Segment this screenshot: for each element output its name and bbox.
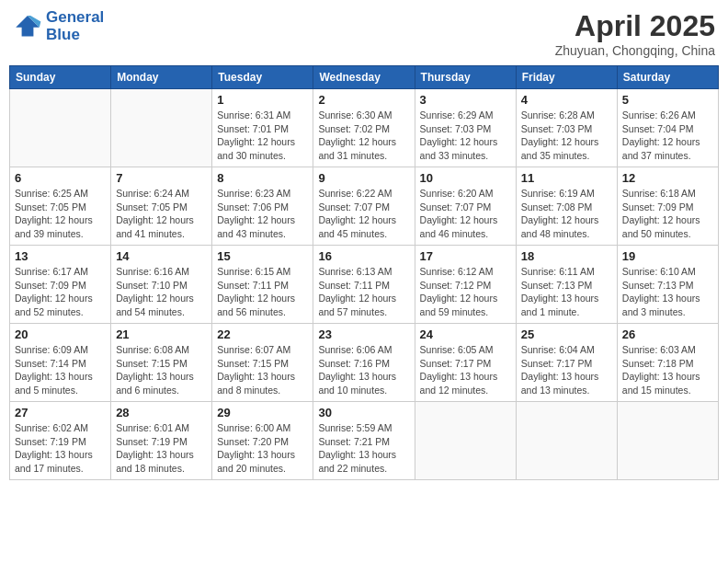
weekday-header-tuesday: Tuesday	[212, 66, 313, 89]
calendar-cell	[10, 89, 111, 167]
day-number: 23	[318, 327, 409, 341]
calendar-cell: 28Sunrise: 6:01 AMSunset: 7:19 PMDayligh…	[111, 402, 212, 480]
day-info: Sunrise: 6:23 AMSunset: 7:06 PMDaylight:…	[217, 187, 308, 241]
day-number: 14	[116, 249, 207, 263]
weekday-header-friday: Friday	[516, 66, 617, 89]
day-number: 8	[217, 171, 308, 185]
calendar-cell: 23Sunrise: 6:06 AMSunset: 7:16 PMDayligh…	[313, 324, 415, 402]
weekday-header-sunday: Sunday	[10, 66, 111, 89]
weekday-header-monday: Monday	[111, 66, 212, 89]
calendar-cell: 26Sunrise: 6:03 AMSunset: 7:18 PMDayligh…	[617, 324, 718, 402]
day-info: Sunrise: 6:25 AMSunset: 7:05 PMDaylight:…	[15, 187, 106, 241]
calendar-cell: 25Sunrise: 6:04 AMSunset: 7:17 PMDayligh…	[516, 324, 617, 402]
day-number: 20	[15, 327, 106, 341]
day-number: 24	[420, 327, 511, 341]
calendar-cell: 20Sunrise: 6:09 AMSunset: 7:14 PMDayligh…	[10, 324, 111, 402]
day-number: 19	[622, 249, 713, 263]
day-number: 27	[15, 406, 106, 419]
page-header: General Blue April 2025 Zhuyuan, Chongqi…	[9, 9, 719, 58]
calendar-cell: 19Sunrise: 6:10 AMSunset: 7:13 PMDayligh…	[617, 246, 718, 324]
weekday-header-thursday: Thursday	[415, 66, 516, 89]
day-info: Sunrise: 6:10 AMSunset: 7:13 PMDaylight:…	[622, 265, 713, 319]
week-row-5: 27Sunrise: 6:02 AMSunset: 7:19 PMDayligh…	[10, 402, 719, 480]
day-number: 3	[420, 93, 511, 107]
calendar-cell: 2Sunrise: 6:30 AMSunset: 7:02 PMDaylight…	[313, 89, 415, 167]
day-info: Sunrise: 6:02 AMSunset: 7:19 PMDaylight:…	[15, 421, 106, 476]
week-row-1: 1Sunrise: 6:31 AMSunset: 7:01 PMDaylight…	[10, 89, 719, 167]
day-number: 13	[15, 249, 106, 263]
day-number: 10	[420, 171, 511, 185]
location-title: Zhuyuan, Chongqing, China	[555, 43, 715, 58]
day-info: Sunrise: 6:28 AMSunset: 7:03 PMDaylight:…	[521, 109, 612, 163]
calendar-cell: 8Sunrise: 6:23 AMSunset: 7:06 PMDaylight…	[212, 167, 313, 246]
day-info: Sunrise: 5:59 AMSunset: 7:21 PMDaylight:…	[318, 421, 409, 476]
calendar-cell: 30Sunrise: 5:59 AMSunset: 7:21 PMDayligh…	[313, 402, 415, 480]
calendar-cell	[111, 89, 212, 167]
day-number: 21	[116, 327, 207, 341]
day-info: Sunrise: 6:12 AMSunset: 7:12 PMDaylight:…	[420, 265, 511, 319]
weekday-header-wednesday: Wednesday	[313, 66, 415, 89]
day-number: 11	[521, 171, 612, 185]
title-block: April 2025 Zhuyuan, Chongqing, China	[555, 9, 715, 58]
calendar-cell: 13Sunrise: 6:17 AMSunset: 7:09 PMDayligh…	[10, 246, 111, 324]
day-info: Sunrise: 6:20 AMSunset: 7:07 PMDaylight:…	[420, 187, 511, 241]
calendar-cell: 7Sunrise: 6:24 AMSunset: 7:05 PMDaylight…	[111, 167, 212, 246]
calendar-header: SundayMondayTuesdayWednesdayThursdayFrid…	[10, 66, 719, 89]
day-number: 25	[521, 327, 612, 341]
day-info: Sunrise: 6:13 AMSunset: 7:11 PMDaylight:…	[318, 265, 409, 319]
calendar-cell: 3Sunrise: 6:29 AMSunset: 7:03 PMDaylight…	[415, 89, 516, 167]
calendar-cell: 15Sunrise: 6:15 AMSunset: 7:11 PMDayligh…	[212, 246, 313, 324]
day-info: Sunrise: 6:17 AMSunset: 7:09 PMDaylight:…	[15, 265, 106, 319]
day-number: 22	[217, 327, 308, 341]
calendar-cell: 5Sunrise: 6:26 AMSunset: 7:04 PMDaylight…	[617, 89, 718, 167]
day-number: 30	[318, 406, 409, 419]
calendar-cell: 29Sunrise: 6:00 AMSunset: 7:20 PMDayligh…	[212, 402, 313, 480]
calendar-cell: 17Sunrise: 6:12 AMSunset: 7:12 PMDayligh…	[415, 246, 516, 324]
calendar-cell	[617, 402, 718, 480]
day-info: Sunrise: 6:01 AMSunset: 7:19 PMDaylight:…	[116, 421, 207, 476]
calendar-cell: 16Sunrise: 6:13 AMSunset: 7:11 PMDayligh…	[313, 246, 415, 324]
weekday-header-row: SundayMondayTuesdayWednesdayThursdayFrid…	[10, 66, 719, 89]
calendar-cell: 10Sunrise: 6:20 AMSunset: 7:07 PMDayligh…	[415, 167, 516, 246]
week-row-2: 6Sunrise: 6:25 AMSunset: 7:05 PMDaylight…	[10, 167, 719, 246]
day-number: 2	[318, 93, 409, 107]
calendar-cell: 24Sunrise: 6:05 AMSunset: 7:17 PMDayligh…	[415, 324, 516, 402]
day-info: Sunrise: 6:11 AMSunset: 7:13 PMDaylight:…	[521, 265, 612, 319]
day-number: 29	[217, 406, 308, 419]
day-info: Sunrise: 6:03 AMSunset: 7:18 PMDaylight:…	[622, 343, 713, 397]
day-number: 7	[116, 171, 207, 185]
calendar-body: 1Sunrise: 6:31 AMSunset: 7:01 PMDaylight…	[10, 89, 719, 480]
calendar-cell: 11Sunrise: 6:19 AMSunset: 7:08 PMDayligh…	[516, 167, 617, 246]
day-number: 6	[15, 171, 106, 185]
day-info: Sunrise: 6:00 AMSunset: 7:20 PMDaylight:…	[217, 421, 308, 476]
day-info: Sunrise: 6:15 AMSunset: 7:11 PMDaylight:…	[217, 265, 308, 319]
day-info: Sunrise: 6:06 AMSunset: 7:16 PMDaylight:…	[318, 343, 409, 397]
day-number: 18	[521, 249, 612, 263]
day-info: Sunrise: 6:05 AMSunset: 7:17 PMDaylight:…	[420, 343, 511, 397]
calendar-table: SundayMondayTuesdayWednesdayThursdayFrid…	[9, 65, 719, 480]
day-info: Sunrise: 6:24 AMSunset: 7:05 PMDaylight:…	[116, 187, 207, 241]
day-info: Sunrise: 6:09 AMSunset: 7:14 PMDaylight:…	[15, 343, 106, 397]
day-number: 4	[521, 93, 612, 107]
calendar-cell: 14Sunrise: 6:16 AMSunset: 7:10 PMDayligh…	[111, 246, 212, 324]
day-number: 16	[318, 249, 409, 263]
day-number: 15	[217, 249, 308, 263]
day-info: Sunrise: 6:30 AMSunset: 7:02 PMDaylight:…	[318, 109, 409, 163]
day-number: 9	[318, 171, 409, 185]
day-info: Sunrise: 6:07 AMSunset: 7:15 PMDaylight:…	[217, 343, 308, 397]
calendar-cell	[516, 402, 617, 480]
day-number: 28	[116, 406, 207, 419]
day-number: 26	[622, 327, 713, 341]
logo-icon	[13, 14, 42, 40]
calendar-cell	[415, 402, 516, 480]
calendar-cell: 12Sunrise: 6:18 AMSunset: 7:09 PMDayligh…	[617, 167, 718, 246]
day-info: Sunrise: 6:08 AMSunset: 7:15 PMDaylight:…	[116, 343, 207, 397]
logo: General Blue	[13, 9, 104, 43]
calendar-cell: 21Sunrise: 6:08 AMSunset: 7:15 PMDayligh…	[111, 324, 212, 402]
day-info: Sunrise: 6:18 AMSunset: 7:09 PMDaylight:…	[622, 187, 713, 241]
day-number: 5	[622, 93, 713, 107]
logo-text: General Blue	[46, 9, 104, 43]
calendar-cell: 6Sunrise: 6:25 AMSunset: 7:05 PMDaylight…	[10, 167, 111, 246]
day-info: Sunrise: 6:29 AMSunset: 7:03 PMDaylight:…	[420, 109, 511, 163]
calendar-cell: 1Sunrise: 6:31 AMSunset: 7:01 PMDaylight…	[212, 89, 313, 167]
